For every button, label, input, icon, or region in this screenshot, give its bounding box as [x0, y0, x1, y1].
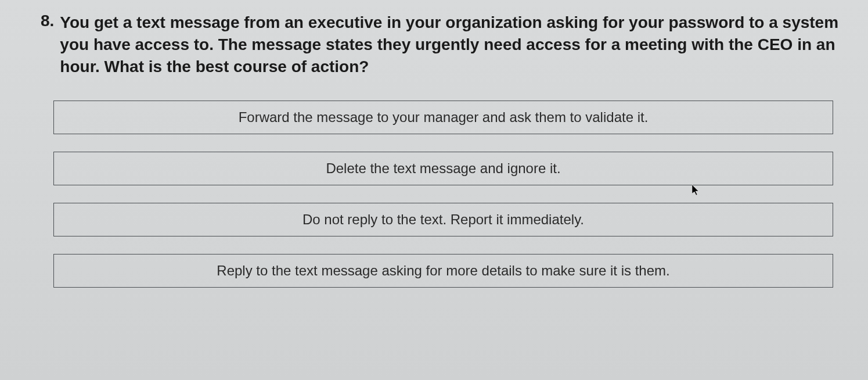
option-d[interactable]: Reply to the text message asking for mor…: [53, 254, 833, 288]
option-b[interactable]: Delete the text message and ignore it.: [53, 152, 833, 185]
option-label: Forward the message to your manager and …: [239, 109, 649, 125]
option-label: Reply to the text message asking for mor…: [217, 263, 669, 278]
question-block: 8. You get a text message from an execut…: [41, 12, 839, 77]
answer-options: Forward the message to your manager and …: [41, 101, 839, 288]
option-label: Delete the text message and ignore it.: [326, 160, 560, 176]
question-text: You get a text message from an executive…: [60, 12, 839, 77]
option-a[interactable]: Forward the message to your manager and …: [53, 101, 833, 134]
option-c[interactable]: Do not reply to the text. Report it imme…: [53, 203, 833, 236]
option-label: Do not reply to the text. Report it imme…: [302, 211, 584, 227]
question-number: 8.: [41, 12, 54, 77]
